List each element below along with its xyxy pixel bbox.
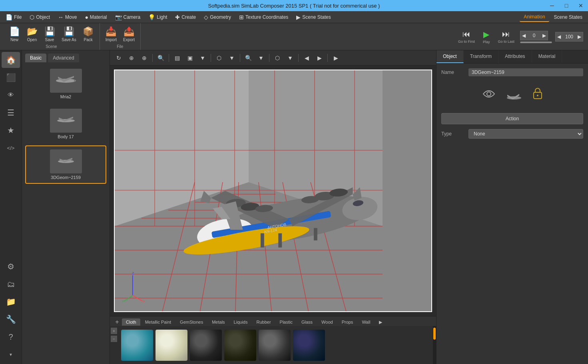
export-button[interactable]: 📤 Export — [121, 25, 137, 44]
play-button[interactable]: ▶ Play — [480, 28, 492, 46]
action-button[interactable]: Action — [441, 113, 583, 124]
save-button[interactable]: 💾 Save — [42, 25, 58, 44]
mat-tab-plastic[interactable]: Plastic — [276, 318, 297, 326]
mat-tab-props[interactable]: Props — [338, 318, 357, 326]
mat-scrollbar[interactable] — [433, 326, 436, 364]
animation-tab[interactable]: Animation — [520, 12, 549, 22]
import-button[interactable]: 📥 Import — [103, 25, 119, 44]
vp-cube-btn[interactable]: ⬡ — [272, 53, 283, 63]
vp-perspective-btn[interactable]: 🔍 — [243, 53, 254, 63]
vp-display-arrow[interactable]: ▼ — [197, 53, 208, 63]
svg-rect-55 — [261, 233, 264, 247]
vp-cube-arrow[interactable]: ▼ — [285, 53, 296, 63]
menu-object[interactable]: ⬡ Object — [26, 12, 54, 22]
go-to-last-button[interactable]: ⏭ Go to Last — [495, 28, 517, 45]
tab-basic[interactable]: Basic — [25, 54, 46, 62]
left-btn-gear[interactable]: ⚙ — [2, 259, 20, 274]
left-btn-code[interactable]: </> — [2, 140, 20, 156]
left-btn-render[interactable]: ⬛ — [2, 70, 20, 86]
new-button[interactable]: 📄 New — [6, 25, 22, 44]
mat-tab-wood[interactable]: Wood — [317, 318, 337, 326]
menu-camera[interactable]: 📷 Camera — [111, 12, 145, 22]
go-to-first-button[interactable]: ⏮ Go to First — [456, 28, 477, 45]
left-btn-home[interactable]: 🏠 — [2, 52, 20, 68]
open-icon: 📂 — [27, 26, 38, 37]
right-tab-material[interactable]: Material — [532, 50, 562, 63]
left-btn-star[interactable]: ★ — [2, 122, 20, 138]
scene-item-3dgeom[interactable]: 3DGeom~2159 — [25, 145, 106, 184]
vp-perspective-arrow[interactable]: ▼ — [255, 53, 267, 63]
mat-tab-liquids[interactable]: Liquids — [230, 318, 252, 326]
go-to-first-icon: ⏮ — [462, 30, 470, 39]
lock-icon[interactable] — [532, 87, 543, 100]
left-btn-folder[interactable]: 📁 — [2, 294, 20, 310]
vp-undo-btn[interactable]: ◀ — [301, 53, 312, 63]
right-tab-transform[interactable]: Transform — [464, 50, 498, 63]
left-btn-list[interactable]: ☰ — [2, 105, 20, 121]
vp-shading-btn[interactable]: ⬡ — [213, 53, 225, 63]
menu-move[interactable]: ↔ Move — [54, 12, 81, 22]
vp-pan-btn[interactable]: ⊕ — [139, 53, 150, 63]
menu-scene-states[interactable]: ▶ Scene States — [292, 12, 335, 22]
mat-tab-more[interactable]: ▶ — [375, 318, 386, 326]
menu-texture-coords[interactable]: ⊞ Texture Coordinates — [235, 12, 292, 22]
type-select[interactable]: None Rigid Body Soft Body Cloth Fluid — [468, 129, 583, 139]
mat-thumb-4[interactable] — [224, 330, 256, 361]
mat-tab-cloth[interactable]: Cloth — [122, 318, 140, 326]
minimize-button[interactable]: ─ — [545, 0, 559, 11]
vp-layers-btn[interactable]: ▤ — [171, 53, 183, 63]
menu-file[interactable]: 📄 File — [2, 12, 26, 22]
animation-slider[interactable] — [520, 42, 552, 43]
tab-advanced[interactable]: Advanced — [48, 54, 79, 62]
mat-tab-rubber[interactable]: Rubber — [252, 318, 275, 326]
vp-redo-btn[interactable]: ▶ — [314, 53, 325, 63]
mat-tab-glass[interactable]: Glass — [297, 318, 317, 326]
menu-material[interactable]: ● Material — [81, 12, 111, 22]
right-tab-object[interactable]: Object — [437, 50, 464, 63]
scene-states-tab[interactable]: Scene States — [550, 13, 586, 22]
frame-prev-arrow[interactable]: ◀ — [522, 33, 526, 38]
scene-item-body17[interactable]: Body 17 — [25, 105, 106, 142]
left-btn-eye[interactable]: 👁 — [2, 87, 20, 103]
mat-tab-gemstones[interactable]: GemStones — [176, 318, 207, 326]
vp-zoom-btn[interactable]: 🔍 — [155, 53, 166, 63]
close-button[interactable]: ✕ — [574, 0, 588, 11]
mat-tab-wall[interactable]: Wall — [358, 318, 374, 326]
vp-more-btn[interactable]: ▶ — [330, 53, 341, 63]
save-as-button[interactable]: 💾 Save As — [59, 25, 79, 44]
end-next-arrow[interactable]: ▶ — [578, 34, 581, 40]
mat-tab-metals[interactable]: Metals — [208, 318, 229, 326]
open-button[interactable]: 📂 Open — [24, 25, 40, 44]
vp-rotate-btn[interactable]: ↻ — [113, 53, 124, 63]
mat-tab-metallic[interactable]: Metallic Paint — [141, 318, 175, 326]
mat-scroll-thumb[interactable] — [433, 328, 436, 340]
left-btn-more[interactable]: ▼ — [2, 346, 20, 362]
scene-item-mria2[interactable]: Mria2 — [25, 66, 106, 102]
pack-button[interactable]: 📦 Pack — [80, 25, 96, 44]
frame-number-box[interactable]: ◀ 0 ▶ — [520, 31, 548, 40]
mat-thumb-5[interactable] — [259, 330, 291, 361]
menu-geometry[interactable]: ◇ Geometry — [200, 12, 235, 22]
right-tab-attributes[interactable]: Attributes — [498, 50, 532, 63]
mat-add-button[interactable]: + — [113, 318, 121, 326]
mat-collapse-btn[interactable]: − — [111, 336, 117, 342]
end-frame-box[interactable]: ◀ 100 ▶ — [555, 32, 583, 42]
visibility-icon[interactable] — [482, 87, 496, 101]
mat-expand-btn[interactable]: + — [111, 328, 117, 334]
left-btn-help[interactable]: ? — [2, 329, 20, 345]
left-btn-layers[interactable]: 🗂 — [2, 276, 20, 292]
menu-create[interactable]: ✚ Create — [171, 12, 200, 22]
maximize-button[interactable]: □ — [559, 0, 574, 11]
mat-thumb-6[interactable] — [293, 330, 325, 361]
vp-select-btn[interactable]: ⊕ — [126, 53, 137, 63]
mat-thumb-3[interactable] — [190, 330, 222, 361]
left-btn-wrench[interactable]: 🔧 — [2, 311, 20, 327]
frame-next-arrow[interactable]: ▶ — [542, 33, 546, 38]
menu-light[interactable]: 💡 Light — [144, 12, 171, 22]
end-prev-arrow[interactable]: ◀ — [557, 34, 561, 40]
vp-shading-arrow[interactable]: ▼ — [226, 53, 237, 63]
mat-thumb-2[interactable] — [155, 330, 187, 361]
mat-thumb-1[interactable] — [121, 330, 153, 361]
vp-display-btn[interactable]: ▣ — [184, 53, 195, 63]
viewport[interactable]: [ FOV 30.00 ] — [114, 70, 432, 312]
